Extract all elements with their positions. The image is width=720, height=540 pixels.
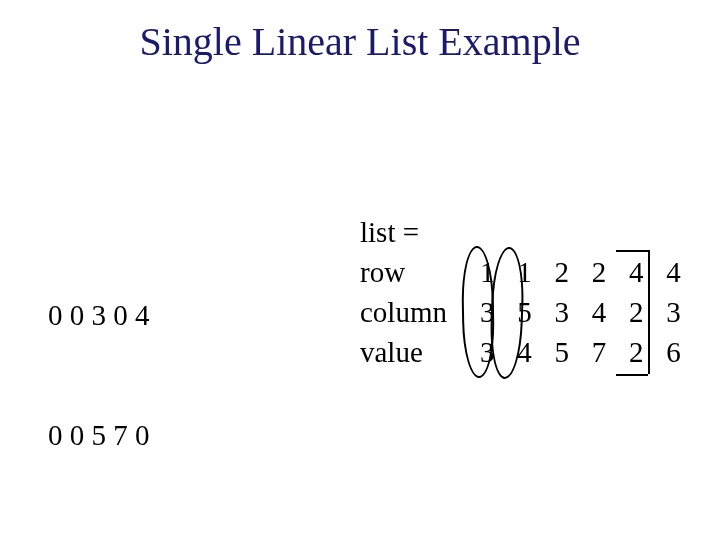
row-val: 4 [621, 252, 651, 292]
annotation-bracket-icon [616, 250, 648, 252]
row-val: 1 [510, 252, 540, 292]
sparse-matrix: 0 0 3 0 4 0 0 5 7 0 0 0 0 0 0 0 2 6 0 0 [48, 215, 150, 540]
column-label: column [360, 292, 465, 332]
value-val: 4 [510, 332, 540, 372]
list-column-line: column 3 5 3 4 2 3 [360, 292, 689, 332]
row-val: 2 [584, 252, 614, 292]
col-val: 3 [547, 292, 577, 332]
annotation-bracket-icon [616, 374, 648, 376]
slide: Single Linear List Example 0 0 3 0 4 0 0… [0, 0, 720, 540]
list-header: list = [360, 212, 689, 252]
list-value-line: value 3 4 5 7 2 6 [360, 332, 689, 372]
row-val: 1 [472, 252, 502, 292]
annotation-bracket-icon [648, 250, 650, 374]
col-val: 3 [659, 292, 689, 332]
value-val: 7 [584, 332, 614, 372]
col-val: 3 [472, 292, 502, 332]
value-val: 2 [621, 332, 651, 372]
row-val: 2 [547, 252, 577, 292]
row-val: 4 [659, 252, 689, 292]
col-val: 4 [584, 292, 614, 332]
matrix-row: 0 0 0 0 0 [48, 535, 150, 540]
value-label: value [360, 332, 465, 372]
col-val: 5 [510, 292, 540, 332]
matrix-row: 0 0 3 0 4 [48, 295, 150, 335]
value-val: 6 [659, 332, 689, 372]
value-val: 5 [547, 332, 577, 372]
col-val: 2 [621, 292, 651, 332]
slide-title: Single Linear List Example [0, 18, 720, 65]
list-representation: list = row 1 1 2 2 4 4 column 3 5 3 4 2 … [360, 212, 689, 372]
row-label: row [360, 252, 465, 292]
list-row-line: row 1 1 2 2 4 4 [360, 252, 689, 292]
matrix-row: 0 0 5 7 0 [48, 415, 150, 455]
value-val: 3 [472, 332, 502, 372]
